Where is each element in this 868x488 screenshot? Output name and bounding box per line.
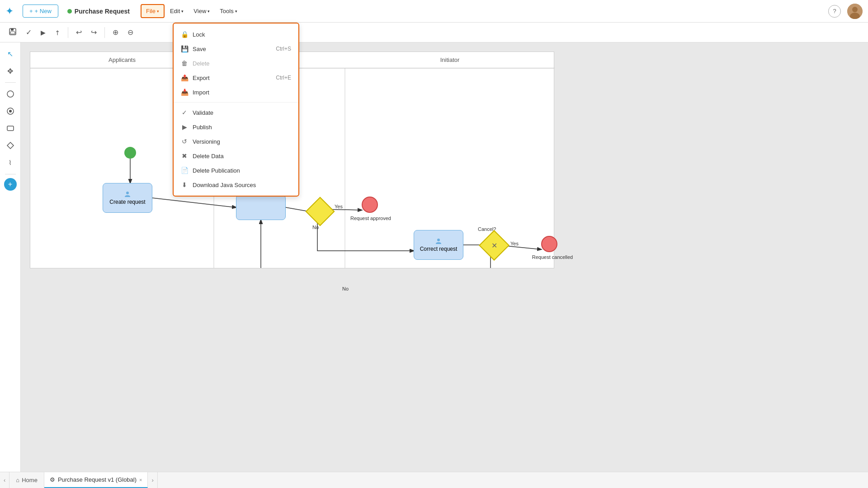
versioning-icon: ↺ — [181, 138, 188, 145]
request-cancelled-end[interactable] — [541, 236, 557, 252]
menu-item-delete-pub[interactable]: 📄 Delete Publication — [174, 163, 298, 178]
save-button[interactable] — [5, 25, 20, 40]
pan-icon: ✥ — [7, 67, 13, 75]
swim-lane-initiator-label: Initiator — [440, 56, 460, 63]
home-label: Home — [22, 477, 38, 483]
publish-label: Publish — [193, 124, 212, 131]
menu-item-versioning[interactable]: ↺ Versioning — [174, 134, 298, 149]
help-button[interactable]: ? — [828, 5, 841, 18]
add-element-button[interactable]: + — [4, 178, 17, 191]
menu-item-lock[interactable]: 🔒 Lock — [174, 27, 298, 42]
circle-tool[interactable] — [3, 86, 18, 102]
svg-point-1 — [852, 7, 858, 12]
menu-item-download-java[interactable]: ⬇ Download Java Sources — [174, 178, 298, 192]
menu-item-export[interactable]: 📤 Export Ctrl+E — [174, 70, 298, 85]
diamond-tool[interactable] — [3, 138, 18, 153]
menu-tools[interactable]: Tools ▾ — [215, 5, 241, 17]
validate-label: Validate — [193, 109, 213, 116]
zoom-out-button[interactable]: ⊖ — [124, 26, 137, 39]
add-icon: + — [8, 180, 12, 188]
svg-rect-5 — [10, 32, 15, 34]
status-indicator — [67, 9, 72, 14]
correct-request-task[interactable]: Correct request — [414, 230, 463, 260]
avatar-image — [847, 4, 863, 19]
left-tools-panel: ↖ ✥ ⌇ + — [0, 42, 21, 472]
publish-icon: ▶ — [181, 123, 188, 131]
menu-item-save[interactable]: 💾 Save Ctrl+S — [174, 42, 298, 56]
create-request-task[interactable]: Create request — [103, 183, 152, 213]
question-mark-icon: ? — [833, 8, 836, 14]
approve-task[interactable] — [236, 195, 286, 220]
tab-purchase-request[interactable]: ⚙ Purchase Request v1 (Global) × — [44, 472, 148, 488]
cancel-gateway[interactable]: ✕ — [483, 235, 505, 256]
svg-point-21 — [437, 239, 440, 241]
user-task-icon-2 — [435, 238, 442, 245]
canvas-area[interactable]: Applicants Initiator Create request Yes — [21, 42, 868, 472]
chevron-down-icon: ▾ — [208, 9, 210, 14]
scroll-right-button[interactable]: › — [148, 472, 157, 488]
download-java-label: Download Java Sources — [193, 182, 256, 188]
dropdown-separator — [174, 102, 298, 103]
menu-item-publish[interactable]: ▶ Publish — [174, 120, 298, 134]
export-button[interactable]: ↗ — [52, 26, 63, 39]
pointer-tool[interactable]: ↖ — [3, 46, 18, 61]
menu-edit-label: Edit — [170, 8, 180, 14]
no-label-1: No — [312, 225, 319, 230]
chevron-down-icon: ▾ — [157, 9, 159, 14]
user-avatar[interactable] — [847, 4, 863, 19]
new-button-label: + New — [35, 8, 52, 14]
run-button[interactable]: ▶ — [38, 26, 49, 39]
zoom-in-button[interactable]: ⊕ — [109, 26, 122, 39]
toolbar: ✓ ▶ ↗ ↩ ↪ ⊕ ⊖ — [0, 23, 868, 42]
app-logo-icon: ✦ — [5, 5, 14, 17]
save-icon — [9, 28, 17, 36]
svg-point-8 — [9, 110, 12, 113]
delete-data-label: Delete Data — [193, 153, 224, 160]
redo-button[interactable]: ↪ — [88, 26, 100, 39]
rect-tool[interactable] — [3, 121, 18, 136]
menu-edit[interactable]: Edit ▾ — [165, 5, 188, 17]
correct-request-label: Correct request — [420, 246, 458, 252]
menu-item-import[interactable]: 📥 Import — [174, 85, 298, 99]
data-tool[interactable]: ⌇ — [3, 155, 18, 170]
home-icon: ⌂ — [16, 477, 19, 483]
undo-icon: ↩ — [76, 28, 82, 36]
export-menu-icon: 📤 — [181, 74, 188, 81]
validate-button[interactable]: ✓ — [23, 26, 35, 39]
menu-view[interactable]: View ▾ — [189, 5, 214, 17]
save-label: Save — [193, 46, 206, 52]
main-area: ↖ ✥ ⌇ + — [0, 42, 868, 472]
download-icon: ⬇ — [181, 181, 188, 188]
scroll-left-button[interactable]: ‹ — [0, 472, 9, 488]
request-approved-end[interactable] — [362, 197, 378, 213]
yes-label-2: Yes — [510, 241, 519, 246]
menu-item-delete-data[interactable]: ✖ Delete Data — [174, 149, 298, 163]
versioning-label: Versioning — [193, 138, 220, 145]
redo-icon: ↪ — [91, 28, 97, 36]
menu-tools-label: Tools — [220, 8, 233, 14]
new-button[interactable]: + + New — [23, 5, 58, 18]
approve-gateway[interactable] — [310, 201, 330, 222]
svg-marker-10 — [7, 142, 14, 149]
swim-lane-initiator: Initiator — [345, 52, 555, 68]
check-icon: ✓ — [26, 28, 32, 36]
delete-pub-icon: 📄 — [181, 167, 188, 174]
tab-close-button[interactable]: × — [139, 477, 142, 483]
pan-tool[interactable]: ✥ — [3, 63, 18, 79]
file-dropdown-menu: 🔒 Lock 💾 Save Ctrl+S 🗑 Delete 📤 Export C… — [173, 23, 299, 197]
tab-label: Purchase Request v1 (Global) — [58, 476, 137, 483]
request-approved-label: Request approved — [346, 216, 396, 221]
menu-item-validate[interactable]: ✓ Validate — [174, 105, 298, 120]
svg-rect-9 — [7, 126, 14, 131]
delete-icon: 🗑 — [181, 60, 188, 67]
menu-file-label: File — [146, 8, 156, 14]
chevron-down-icon: ▾ — [235, 9, 237, 14]
svg-rect-4 — [11, 28, 14, 31]
delete-pub-label: Delete Publication — [193, 167, 240, 174]
start-event[interactable] — [124, 147, 136, 159]
event-tool[interactable] — [3, 103, 18, 119]
data-icon: ⌇ — [9, 159, 12, 166]
menu-file[interactable]: File ▾ — [141, 4, 165, 18]
undo-button[interactable]: ↩ — [73, 26, 85, 39]
tab-home[interactable]: ⌂ Home — [9, 472, 44, 488]
